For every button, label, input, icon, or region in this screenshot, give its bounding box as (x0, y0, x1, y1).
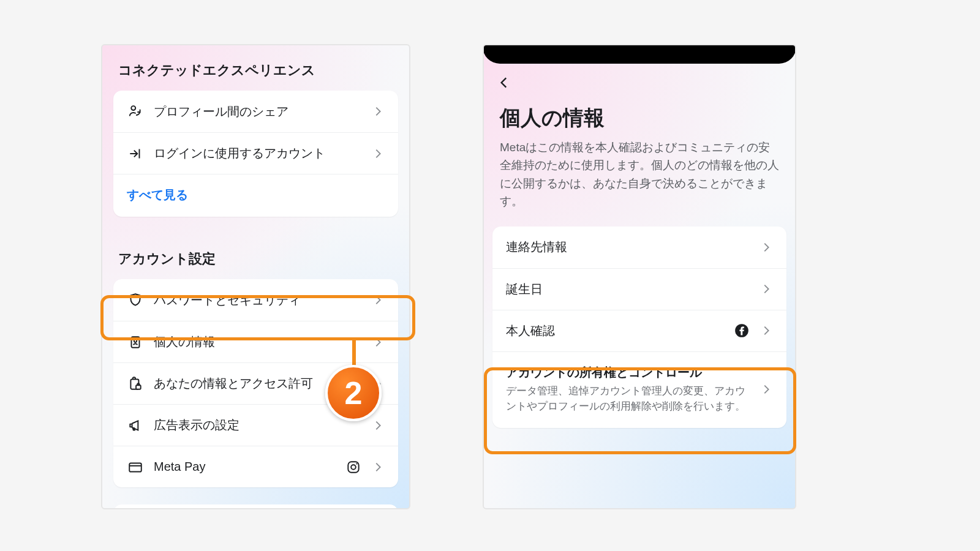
row-title: アカウントの所有権とコントロール (506, 364, 750, 381)
account-settings-title: アカウント設定 (102, 234, 409, 279)
row-label: 広告表示の設定 (154, 417, 361, 433)
personal-info-card: 連絡先情報 誕生日 本人確認 アカウントの所有権とコントロール データ管理、追悼… (492, 227, 786, 428)
chevron-right-icon (371, 105, 385, 118)
row-label: プロフィール間のシェア (154, 103, 361, 120)
chevron-right-icon (760, 282, 773, 296)
page-title: 個人の情報 (484, 93, 795, 138)
svg-point-2 (134, 339, 137, 342)
clipboard-lock-icon (127, 375, 144, 392)
row-label: 誕生日 (506, 281, 750, 298)
facebook-icon (734, 323, 750, 339)
login-arrow-icon (127, 145, 144, 162)
share-user-icon (127, 103, 144, 120)
phone-status-bar (483, 44, 796, 64)
chevron-right-icon (371, 293, 385, 307)
see-all-link[interactable]: すべて見る (113, 174, 398, 217)
chevron-right-icon (760, 383, 773, 396)
chevron-right-icon (371, 460, 385, 474)
row-profile-sharing[interactable]: プロフィール間のシェア (113, 91, 398, 132)
row-subtitle: データ管理、追悼アカウント管理人の変更、アカウントやプロフィールの利用解除や削除… (506, 383, 750, 414)
chevron-right-icon (760, 324, 773, 337)
svg-point-0 (131, 106, 135, 110)
row-login-account[interactable]: ログインに使用するアカウント (113, 132, 398, 174)
row-label: Meta Pay (154, 460, 336, 474)
connected-experiences-card: プロフィール間のシェア ログインに使用するアカウント すべて見る (113, 91, 398, 217)
row-account-center-more[interactable]: このアカウントセンターでアカウン (113, 504, 398, 509)
row-label: 個人の情報 (154, 334, 361, 350)
row-label: ログインに使用するアカウント (154, 145, 361, 162)
instagram-icon (345, 459, 361, 475)
credit-card-icon (127, 459, 144, 476)
connected-experiences-title: コネクテッドエクスペリエンス (102, 45, 409, 91)
row-label: 本人確認 (506, 323, 724, 339)
chevron-right-icon (371, 335, 385, 349)
shield-icon (127, 291, 144, 309)
personal-info-panel: 個人の情報 Metaはこの情報を本人確認およびコミュニティの安全維持のために使用… (483, 44, 796, 509)
row-identity-confirmation[interactable]: 本人確認 (492, 310, 786, 351)
step-connector (352, 339, 356, 367)
svg-point-8 (356, 463, 357, 464)
row-password-security[interactable]: パスワードとセキュリティ (113, 279, 398, 321)
chevron-right-icon (760, 241, 773, 254)
svg-rect-5 (129, 463, 141, 471)
back-button[interactable] (484, 64, 795, 93)
page-description: Metaはこの情報を本人確認およびコミュニティの安全維持のために使用します。個人… (484, 138, 795, 227)
svg-point-7 (351, 465, 356, 470)
row-label: 連絡先情報 (506, 239, 750, 255)
row-account-ownership[interactable]: アカウントの所有権とコントロール データ管理、追悼アカウント管理人の変更、アカウ… (492, 351, 786, 428)
row-label: パスワードとセキュリティ (154, 292, 361, 309)
settings-panel: コネクテッドエクスペリエンス プロフィール間のシェア ログインに使用するアカウン… (101, 44, 410, 509)
step-badge: 2 (325, 365, 382, 421)
row-contact-info[interactable]: 連絡先情報 (492, 227, 786, 268)
chevron-right-icon (371, 419, 385, 432)
extra-card: このアカウントセンターでアカウン (113, 504, 398, 509)
chevron-right-icon (371, 147, 385, 160)
megaphone-icon (127, 417, 144, 434)
id-card-icon (127, 334, 144, 351)
svg-rect-4 (136, 385, 141, 389)
row-birthday[interactable]: 誕生日 (492, 268, 786, 310)
row-meta-pay[interactable]: Meta Pay (113, 446, 398, 487)
